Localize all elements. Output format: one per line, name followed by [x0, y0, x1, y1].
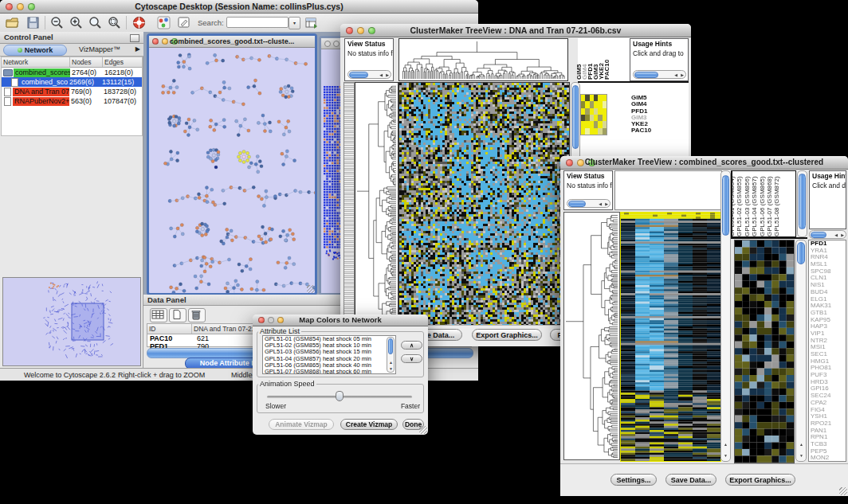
node-appearance-icon[interactable] [156, 15, 171, 30]
tv2-column-label[interactable]: GPL51-04 (GSM857) [752, 176, 758, 236]
tab-vizmapper[interactable]: VizMapper™ [70, 45, 129, 54]
tv2-gene-label[interactable]: NIS1 [811, 282, 846, 289]
tv2-gene-label[interactable]: GPI16 [811, 385, 846, 393]
resize-grip[interactable] [839, 487, 847, 495]
tv2-zoom-heatmap-canvas[interactable] [734, 240, 795, 463]
tv2-gene-label[interactable]: PUF3 [811, 372, 846, 379]
tv2-zoom-vscrollbar[interactable]: ▲ ▼ [795, 240, 807, 462]
tv2-gene-label[interactable]: RPN1 [811, 434, 846, 441]
resize-grip[interactable] [307, 285, 315, 293]
tv2-main-vscrollbar[interactable]: ▲ ▼ [720, 170, 731, 462]
tv2-settings-button[interactable]: Settings... [610, 474, 657, 486]
tv2-status-hscrollbar[interactable]: ◀ ▶ [567, 199, 610, 208]
tv2-gene-label[interactable]: HMG1 [811, 358, 846, 365]
scroll-left-arrow-icon[interactable]: ◀ [834, 232, 838, 237]
zoom-matrix-cell[interactable] [603, 95, 607, 101]
treeview1-titlebar[interactable]: ClusterMaker TreeView : DNA and Tran 07-… [340, 24, 691, 37]
tv2-gene-label[interactable]: YSH1 [811, 413, 846, 420]
new-attribute-button[interactable] [169, 308, 186, 322]
tv1-usage-hscrollbar[interactable]: ◀ ▶ [633, 70, 686, 79]
tv2-gene-label[interactable]: PHO81 [811, 365, 846, 372]
help-lifering-icon[interactable] [132, 15, 147, 30]
network-canvas[interactable] [149, 48, 315, 293]
tv1-heatmap-canvas[interactable] [398, 82, 570, 326]
tv1-zoom-heatmap[interactable] [580, 94, 607, 135]
scroll-right-arrow-icon[interactable]: ▶ [605, 201, 608, 206]
tv2-gene-label[interactable]: YRA1 [811, 248, 846, 255]
treeview2-titlebar[interactable]: ClusterMaker TreeView : combined_scores_… [560, 156, 848, 170]
attribute-list[interactable]: GPL51-01 (GSM854) heat shock 05 minGPL51… [262, 335, 396, 374]
table-icon-button[interactable] [150, 308, 167, 322]
animate-vizmap-button[interactable]: Animate Vizmap [269, 419, 334, 430]
scroll-right-arrow-icon[interactable]: ▶ [681, 72, 684, 77]
tv2-gene-label[interactable]: MSL1 [811, 261, 846, 268]
tv2-gene-label[interactable]: NTR2 [811, 338, 846, 345]
tv2-gene-label[interactable]: SEC1 [811, 351, 846, 358]
tv2-column-label[interactable]: GPL51-08 (GSM872) [774, 176, 780, 236]
tv2-gene-label[interactable]: FIG4 [811, 407, 846, 414]
tv1-status-hscrollbar[interactable]: ◀ ▶ [347, 70, 391, 79]
tv1-export-graphics-button[interactable]: Export Graphics... [472, 329, 542, 341]
delete-attribute-button[interactable] [188, 308, 206, 322]
zoom-matrix-cell[interactable] [603, 101, 607, 107]
tv1-row-label[interactable]: PAC10 [631, 127, 679, 134]
annotation-icon[interactable] [176, 15, 191, 30]
tv2-gene-label[interactable]: CLN1 [811, 275, 846, 282]
scroll-up-arrow-icon[interactable]: ▲ [724, 442, 728, 447]
tv2-gene-label[interactable]: RNR4 [811, 254, 846, 261]
minimize-button[interactable] [333, 41, 340, 47]
tv2-heatmap-canvas[interactable] [620, 212, 721, 462]
zoom-selected-icon[interactable] [107, 15, 122, 30]
network-row[interactable]: combined_sco2569(6)13112(15) [2, 77, 142, 87]
tv2-gene-label[interactable]: RPO21 [811, 420, 846, 428]
scroll-right-arrow-icon[interactable]: ▶ [386, 72, 389, 77]
tv2-gene-label[interactable]: VIP1 [811, 330, 846, 338]
attribute-list-item[interactable]: GPL51-07 (GSM868) heat shock 60 min [263, 369, 395, 374]
tv2-gene-label[interactable]: PEP5 [811, 448, 846, 455]
scroll-up-arrow-icon[interactable]: ▲ [389, 360, 393, 365]
network-window-a-titlebar[interactable]: combined_scores_good.txt--cluste... [149, 36, 315, 48]
tab-network[interactable]: Network [3, 45, 67, 56]
tv2-gene-label[interactable]: BUD4 [811, 289, 846, 296]
animation-speed-slider-thumb[interactable] [336, 391, 344, 401]
network-row[interactable]: RNAPuberNov2+563(0)107847(0) [2, 96, 142, 106]
tv1-column-dendrogram-pane[interactable] [398, 38, 568, 81]
resize-grip[interactable] [419, 426, 427, 434]
tv2-gene-label[interactable]: HAP3 [811, 323, 846, 330]
network-row[interactable]: DNA and Tran 07769(0)183728(0) [2, 87, 142, 96]
scroll-down-arrow-icon[interactable]: ▼ [724, 453, 728, 458]
zoom-matrix-cell[interactable] [603, 128, 607, 135]
create-vizmap-button[interactable]: Create Vizmap [340, 419, 398, 430]
zoom-matrix-cell[interactable] [603, 121, 607, 127]
scroll-down-arrow-icon[interactable]: ▼ [799, 453, 803, 458]
tv2-gene-label[interactable]: MSI1 [811, 344, 846, 351]
scroll-up-arrow-icon[interactable]: ▲ [799, 442, 803, 447]
tv2-column-label[interactable]: GPL51-06 (GSM865) [760, 176, 766, 236]
search-input[interactable] [226, 17, 289, 28]
zoom-fit-icon[interactable] [88, 15, 103, 30]
network-row[interactable]: combined_scores2764(0)16218(0) [2, 68, 142, 77]
tv2-labels-vscrollbar[interactable] [797, 170, 807, 237]
tv2-gene-label[interactable]: GTB1 [811, 310, 846, 317]
tv2-column-label[interactable]: GPL51-02 (GSM855) [736, 176, 743, 236]
tv2-save-data-button[interactable]: Save Data... [665, 474, 716, 486]
save-icon[interactable] [26, 15, 41, 30]
col-nodes[interactable]: Nodes [70, 57, 103, 67]
zoom-matrix-cell[interactable] [603, 115, 607, 121]
tv1-row-dendrogram-pane[interactable] [355, 82, 398, 325]
tv2-column-label[interactable]: GPL51-03 (GSM856) [744, 176, 751, 236]
close-button[interactable] [324, 41, 331, 47]
import-table-icon[interactable] [304, 15, 319, 30]
tv2-column-label[interactable]: GPL51-07 (GSM868) [767, 176, 773, 236]
main-titlebar[interactable]: Cytoscape Desktop (Session Name: collins… [0, 0, 478, 14]
scroll-right-arrow-icon[interactable]: ▶ [841, 232, 844, 237]
birdseye-canvas[interactable] [3, 278, 140, 365]
float-panel-icon[interactable] [130, 34, 139, 42]
col-id[interactable]: ID [147, 324, 192, 334]
tv2-gene-label[interactable]: PFD1 [811, 240, 846, 248]
attribute-list-vscrollbar[interactable]: ▲ ▼ [387, 337, 395, 373]
scroll-left-arrow-icon[interactable]: ◀ [379, 72, 383, 77]
tab-overflow-arrow[interactable]: ▶ [135, 45, 140, 53]
search-dropdown-button[interactable]: ▾ [289, 17, 300, 29]
tv2-usage-hscrollbar[interactable]: ◀ ▶ [809, 230, 846, 239]
